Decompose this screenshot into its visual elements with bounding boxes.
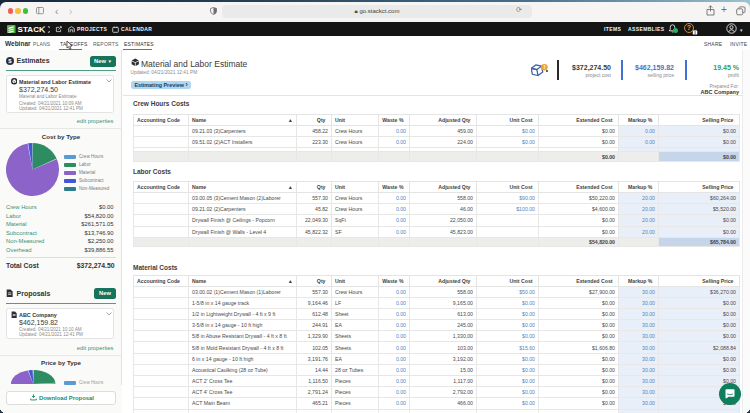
svg-text:!: ! [543, 64, 545, 70]
